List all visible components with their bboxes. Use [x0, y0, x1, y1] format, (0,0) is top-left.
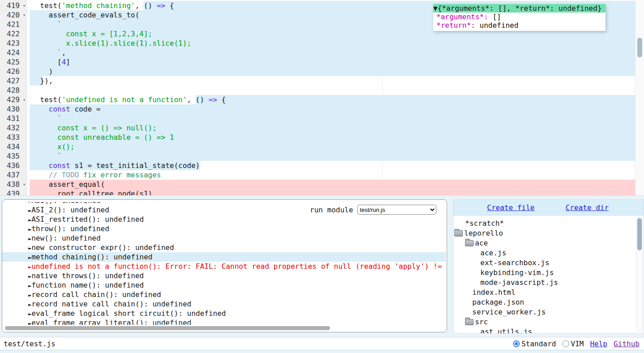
test-result-row[interactable]: ►native throws(): undefined [2, 271, 446, 280]
code-line-429[interactable]: 429▾ test('undefined is not a function',… [0, 95, 644, 104]
test-result-row[interactable]: ►record native call chain(): undefined [2, 299, 446, 309]
code-line-426[interactable]: 426 ) [0, 67, 644, 76]
tree-file-ace-js[interactable]: ace.js [453, 248, 635, 258]
tree-file-ast-utils-js[interactable]: ast_utils.js [453, 327, 635, 333]
file-tree-scrollbar[interactable] [636, 217, 643, 332]
code-text[interactable]: assert_equal( [31, 180, 105, 189]
test-result-row[interactable]: ►eval_frame logical short circuit(): und… [2, 309, 446, 318]
tree-file-package-json[interactable]: package.json [453, 297, 635, 307]
file-tree-scrollbar-thumb[interactable] [637, 218, 642, 250]
run-module-select[interactable]: test/run.js [357, 205, 436, 215]
code-text[interactable]: ` [31, 114, 61, 123]
test-result-row[interactable]: ►record call chain(): undefined [2, 290, 446, 299]
file-tree[interactable]: *scratch*leporelloaceace.jsext-searchbox… [453, 216, 635, 333]
test-result-row[interactable]: ►new constructor expr(): undefined [2, 243, 446, 252]
editor-scrollbar-thumb[interactable] [637, 38, 642, 57]
tree-folder-leporello[interactable]: leporello [453, 228, 635, 238]
code-token: }), [31, 77, 53, 85]
code-line-430[interactable]: 430 const code = [0, 104, 644, 114]
code-line-438[interactable]: 438▾ assert_equal( [0, 180, 644, 189]
test-result-row[interactable]: ►function name(): undefined [2, 280, 446, 290]
test-result-row[interactable]: ►ASI_restrited(): undefined [2, 215, 446, 224]
test-result-row[interactable]: ►throw(): undefined [2, 224, 446, 233]
code-token [31, 105, 49, 113]
code-text[interactable]: x(); [31, 142, 74, 151]
tree-file-ext-searchbox-js[interactable]: ext-searchbox.js [453, 258, 635, 268]
keybinding-standard-option[interactable]: Standard [513, 340, 556, 348]
code-text[interactable]: const s1 = test_initial_state(code) [31, 161, 200, 170]
tree-file-keybinding-vim-js[interactable]: keybinding-vim.js [453, 268, 635, 278]
tooltip-property-row[interactable]: *return*: undefined [433, 21, 605, 30]
results-horizontal-scrollbar[interactable] [4, 326, 445, 331]
code-text[interactable]: test('undefined is not a function', () =… [31, 95, 226, 104]
code-token: , () [135, 1, 157, 10]
test-result-row[interactable]: ►method chaining(): undefined [2, 252, 446, 262]
code-line-432[interactable]: 432 const x = () => null(); [0, 123, 644, 133]
code-line-437[interactable]: 437 // TODO fix error messages [0, 170, 644, 180]
code-token: ` [31, 152, 61, 160]
code-text[interactable]: const unreachable = () => 1 [31, 133, 174, 142]
tree-folder-src[interactable]: src [453, 317, 635, 327]
test-result-row[interactable]: ►new(): undefined [2, 233, 446, 243]
code-line-436[interactable]: 436 const s1 = test_initial_state(code) [0, 161, 644, 170]
radio-standard-icon[interactable] [513, 340, 520, 347]
tree-file-index-html[interactable]: index.html [453, 288, 635, 297]
code-text[interactable]: root_calltree_node(s1) [31, 189, 152, 196]
code-text[interactable]: const code = [31, 104, 100, 114]
code-text[interactable]: test('method chaining', () => { [31, 1, 174, 10]
help-link[interactable]: Help [590, 340, 608, 348]
tree-file-mode-javascript-js[interactable]: mode-javascript.js [453, 278, 635, 288]
gutter-cell: 421 [0, 20, 27, 29]
create-file-link[interactable]: Create file [487, 203, 535, 212]
fold-toggle-icon[interactable]: ▾ [23, 180, 26, 189]
keybinding-vim-option[interactable]: VIM [562, 340, 584, 348]
code-text[interactable]: ` [31, 151, 61, 161]
tree-folder-ace[interactable]: ace [453, 238, 635, 248]
test-result-text: method chaining(): undefined [31, 253, 152, 261]
executed-code-highlight [30, 151, 635, 161]
fold-toggle-icon[interactable]: ▾ [23, 10, 26, 20]
code-token: { [217, 95, 226, 104]
code-text[interactable]: x.slice(1).slice(1).slice(1); [31, 39, 191, 48]
results-scrollbar-thumb[interactable] [5, 326, 330, 330]
fold-toggle-icon[interactable]: ▾ [23, 95, 26, 104]
tree-item-label: ace.js [480, 248, 506, 258]
code-text[interactable]: const x = [1,2,3,4]; [31, 29, 152, 39]
code-line-433[interactable]: 433 const unreachable = () => 1 [0, 133, 644, 142]
code-text[interactable]: ) [31, 67, 53, 76]
code-line-425[interactable]: 425 [4] [0, 57, 644, 67]
code-text[interactable]: const x = () => null(); [31, 123, 157, 133]
github-link[interactable]: Github [614, 340, 640, 348]
code-line-434[interactable]: 434 x(); [0, 142, 644, 151]
line-number: 420 [7, 10, 20, 20]
code-line-423[interactable]: 423 x.slice(1).slice(1).slice(1); [0, 39, 644, 48]
code-token: , [61, 48, 66, 57]
code-line-439[interactable]: 439 root_calltree_node(s1) [0, 189, 644, 196]
code-text[interactable]: `, [31, 48, 66, 57]
tooltip-property-row[interactable]: *arguments*: [] [433, 13, 605, 21]
tree-item-label: mode-javascript.js [480, 278, 558, 288]
code-text[interactable]: assert_code_evals_to( [31, 10, 139, 20]
test-result-row[interactable]: ►eval_frame array_literal(): undefined [2, 318, 446, 325]
create-dir-link[interactable]: Create dir [566, 203, 609, 212]
chevron-down-icon[interactable]: ▼ [433, 4, 438, 13]
tree-file--scratch-[interactable]: *scratch* [453, 219, 635, 228]
radio-vim-icon[interactable] [562, 340, 569, 347]
tooltip-header[interactable]: ▼{*arguments*: [], *return*: undefined} [433, 4, 605, 13]
value-inspector-tooltip: ▼{*arguments*: [], *return*: undefined} … [433, 4, 605, 31]
tree-file-service-worker-js[interactable]: service_worker.js [453, 307, 635, 317]
fold-toggle-icon[interactable]: ▾ [23, 1, 26, 10]
code-line-428[interactable]: 428 [0, 86, 644, 95]
tree-item-label: package.json [472, 297, 524, 307]
code-line-431[interactable]: 431 ` [0, 114, 644, 123]
code-line-424[interactable]: 424 `, [0, 48, 644, 57]
code-text[interactable]: [4] [31, 57, 70, 67]
code-text[interactable]: }), [31, 76, 53, 86]
code-line-435[interactable]: 435 ` [0, 151, 644, 161]
test-result-row[interactable]: ►undefined is not a function(): Error: F… [2, 262, 446, 271]
test-results-scroll-area[interactable]: ►ASI(): undefined►ASI_2(): undefined►ASI… [2, 202, 446, 325]
editor-vertical-scrollbar[interactable] [635, 0, 644, 196]
code-text[interactable]: ` [31, 20, 61, 29]
code-text[interactable]: // TODO fix error messages [31, 170, 161, 180]
code-line-427[interactable]: 427 }), [0, 76, 644, 86]
